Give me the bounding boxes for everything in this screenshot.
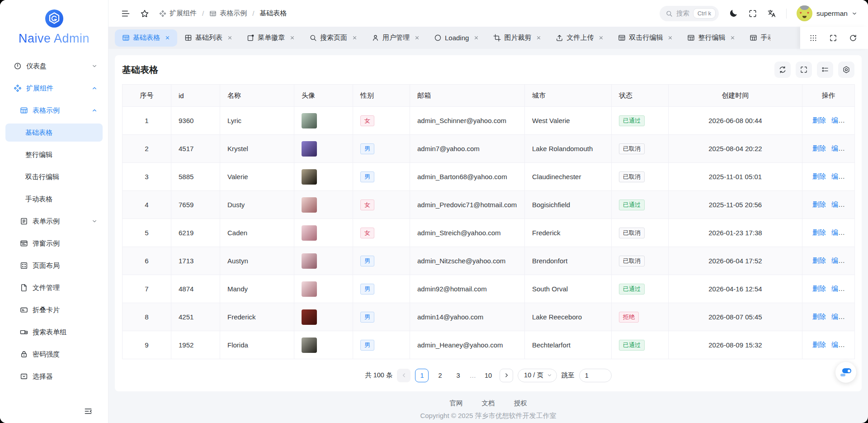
cell-email: admin_Nitzsche@yahoo.com	[410, 247, 525, 275]
col-index: 序号	[123, 85, 171, 107]
status-tag: 已取消	[619, 171, 645, 182]
edit-link[interactable]: 编辑	[831, 313, 845, 320]
footer-link-official-site[interactable]: 官网	[450, 399, 463, 408]
cell-created: 2026-06-08 00:44	[669, 107, 802, 135]
modal-icon	[20, 239, 28, 247]
close-icon[interactable]	[536, 35, 541, 40]
cell-city: Frederick	[525, 219, 612, 247]
dark-mode-moon-icon[interactable]	[729, 9, 738, 18]
footer-link-docs[interactable]: 文档	[482, 399, 495, 408]
close-icon[interactable]	[599, 35, 604, 40]
translate-icon[interactable]	[767, 9, 776, 18]
app-window: Naive Admin 仪表盘 扩展组件 表格示例 基础表格 整	[0, 0, 868, 423]
sidebar-item-row-edit[interactable]: 整行编辑	[5, 146, 103, 164]
delete-link[interactable]: 删除	[812, 172, 826, 180]
delete-link[interactable]: 删除	[812, 285, 826, 292]
table-row: 3 5885 Valerie 男 admin_Barton68@yahoo.co…	[123, 163, 855, 191]
delete-link[interactable]: 删除	[812, 341, 826, 348]
page-button-1[interactable]: 1	[415, 369, 429, 382]
delete-link[interactable]: 删除	[812, 200, 826, 208]
tab-user-management[interactable]: 用户管理	[364, 29, 427, 47]
page-size-select[interactable]: 10 / 页	[518, 369, 557, 382]
delete-link[interactable]: 删除	[812, 144, 826, 152]
search-placeholder: 搜索	[676, 9, 689, 18]
sidebar-item-search-form-group[interactable]: 搜索表单组	[5, 323, 103, 341]
edit-link[interactable]: 编辑	[831, 200, 845, 208]
edit-link[interactable]: 编辑	[831, 144, 845, 152]
footer-link-license[interactable]: 授权	[514, 399, 527, 408]
sidebar-item-table-examples[interactable]: 表格示例	[5, 101, 103, 119]
page-button-10[interactable]: 10	[481, 369, 495, 382]
sidebar-item-extensions[interactable]: 扩展组件	[5, 79, 103, 97]
next-page-button[interactable]	[500, 369, 513, 382]
close-icon[interactable]	[165, 35, 170, 40]
tab-grid-options-icon[interactable]	[809, 34, 817, 42]
page-button-2[interactable]: 2	[433, 369, 447, 382]
sidebar-item-modal-examples[interactable]: 弹窗示例	[5, 234, 103, 252]
reload-icon[interactable]	[849, 34, 857, 42]
close-icon[interactable]	[352, 35, 357, 40]
tab-file-upload[interactable]: 文件上传	[548, 29, 611, 47]
sidebar-item-dblclick-row-edit[interactable]: 双击行编辑	[5, 168, 103, 186]
tab-manual-table[interactable]: 手动	[742, 29, 770, 47]
close-icon[interactable]	[474, 35, 479, 40]
delete-link[interactable]: 删除	[812, 228, 826, 236]
sidebar-item-collapse-card[interactable]: 折叠卡片	[5, 301, 103, 319]
close-icon[interactable]	[227, 35, 232, 40]
tab-dblclick-row-edit[interactable]: 双击行编辑	[611, 29, 680, 47]
menu-fold-icon[interactable]	[84, 407, 93, 416]
sidebar-item-selector[interactable]: 选择器	[5, 367, 103, 385]
edit-link[interactable]: 编辑	[831, 228, 845, 236]
theme-settings-fab[interactable]	[835, 362, 856, 383]
column-settings-button[interactable]	[817, 62, 833, 78]
delete-link[interactable]: 删除	[812, 313, 826, 320]
edit-link[interactable]: 编辑	[831, 285, 845, 292]
tab-basic-table[interactable]: 基础表格	[115, 29, 177, 47]
tab-basic-list[interactable]: 基础列表	[177, 29, 240, 47]
favorite-star-icon[interactable]	[140, 9, 149, 18]
search-icon	[665, 10, 673, 17]
edit-link[interactable]: 编辑	[831, 257, 845, 264]
sidebar-item-file-management[interactable]: 文件管理	[5, 279, 103, 297]
tab-search-page[interactable]: 搜索页面	[302, 29, 364, 47]
cell-index: 6	[123, 247, 171, 275]
edit-link[interactable]: 编辑	[831, 341, 845, 348]
search-input[interactable]: 搜索 Ctrl k	[660, 6, 719, 21]
chevron-left-icon	[401, 372, 407, 378]
jump-page-input[interactable]	[579, 369, 612, 382]
close-icon[interactable]	[668, 35, 673, 40]
delete-link[interactable]: 删除	[812, 257, 826, 264]
breadcrumb-item-table-examples[interactable]: 表格示例	[209, 9, 247, 18]
collapse-menu-icon[interactable]	[121, 9, 130, 18]
page-button-3[interactable]: 3	[451, 369, 465, 382]
sidebar-item-label: 手动表格	[25, 195, 52, 204]
sidebar-item-dashboard[interactable]: 仪表盘	[5, 57, 103, 75]
breadcrumb-item-extensions[interactable]: 扩展组件	[159, 9, 197, 18]
close-icon[interactable]	[415, 35, 420, 40]
edit-link[interactable]: 编辑	[831, 116, 845, 124]
gender-tag: 男	[360, 171, 374, 182]
close-icon[interactable]	[730, 35, 735, 40]
sidebar-item-basic-table[interactable]: 基础表格	[5, 124, 103, 142]
tab-loading[interactable]: Loading	[427, 29, 486, 47]
edit-link[interactable]: 编辑	[831, 172, 845, 180]
delete-link[interactable]: 删除	[812, 116, 826, 124]
user-menu[interactable]: ♥♥ superman	[797, 5, 857, 21]
tab-image-crop[interactable]: 图片裁剪	[486, 29, 548, 47]
tab-menu-badge[interactable]: 菜单徽章	[240, 29, 302, 47]
cell-created: 2025-08-04 20:22	[669, 135, 802, 163]
sidebar-item-manual-table[interactable]: 手动表格	[5, 190, 103, 208]
sidebar-item-page-layout[interactable]: 页面布局	[5, 257, 103, 275]
fullscreen-button[interactable]	[796, 62, 812, 78]
tab-toolbar	[800, 27, 868, 49]
sidebar-item-form-examples[interactable]: 表单示例	[5, 212, 103, 230]
close-icon[interactable]	[290, 35, 295, 40]
table-settings-button[interactable]	[838, 62, 854, 78]
fullscreen-icon[interactable]	[829, 34, 837, 42]
refresh-button[interactable]	[774, 62, 791, 78]
status-tag: 已通过	[619, 340, 645, 351]
tab-row-edit[interactable]: 整行编辑	[680, 29, 742, 47]
fullscreen-icon[interactable]	[748, 9, 757, 18]
prev-page-button[interactable]	[397, 369, 410, 382]
sidebar-item-password-strength[interactable]: 密码强度	[5, 345, 103, 363]
